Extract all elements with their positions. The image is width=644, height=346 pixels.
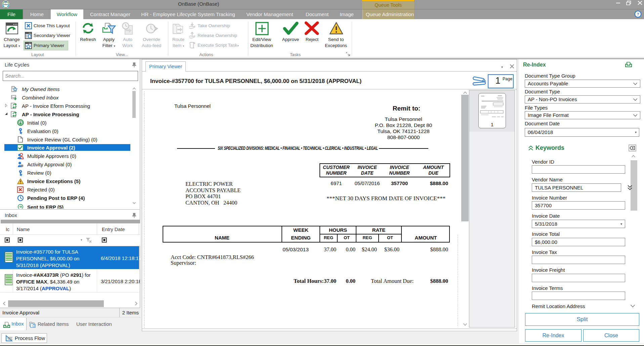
svg-text:OnBase: OnBase bbox=[2, 3, 9, 5]
svg-text:?: ? bbox=[637, 12, 639, 16]
